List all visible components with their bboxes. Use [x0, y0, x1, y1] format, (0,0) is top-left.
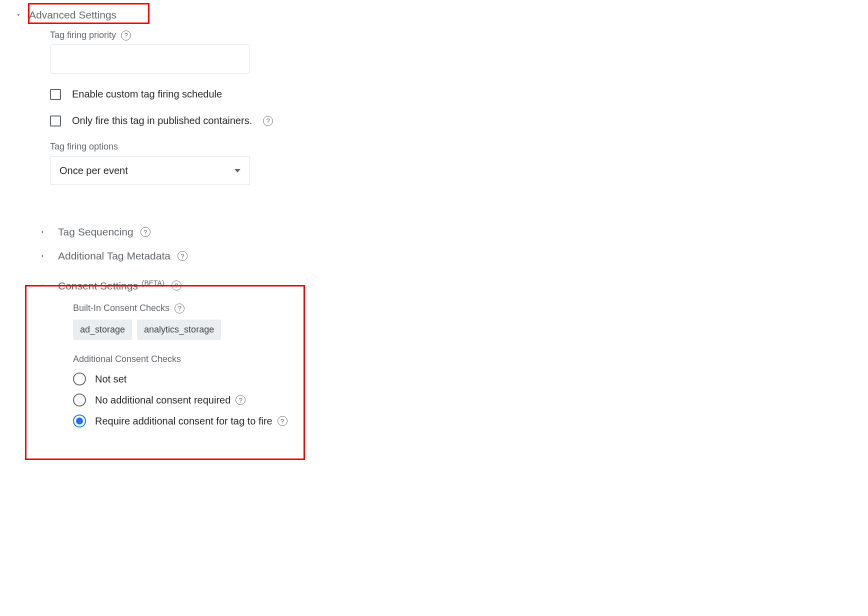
consent-settings-title: Consent Settings (BETA) — [58, 279, 164, 292]
consent-settings-section: Consent Settings (BETA) Built-In Consent… — [15, 279, 868, 428]
consent-radio-not-set[interactable] — [73, 372, 86, 386]
builtin-consent-label-text: Built-In Consent Checks — [73, 303, 170, 314]
consent-radio-not-set-row[interactable]: Not set — [73, 372, 868, 386]
tag-firing-options-label-text: Tag firing options — [50, 142, 118, 152]
consent-tag-chip: ad_storage — [73, 320, 132, 340]
chevron-right-icon — [39, 252, 46, 260]
only-fire-published-label: Only fire this tag in published containe… — [72, 115, 252, 126]
consent-radio-no-additional-row[interactable]: No additional consent required — [73, 394, 868, 406]
builtin-consent-tags: ad_storage analytics_storage — [73, 320, 868, 340]
enable-custom-schedule-label: Enable custom tag firing schedule — [72, 88, 222, 100]
tag-firing-options-selected: Once per event — [60, 165, 128, 176]
additional-consent-label: Additional Consent Checks — [73, 354, 868, 364]
advanced-settings-title: Advanced Settings — [29, 9, 116, 21]
tag-firing-priority-label: Tag firing priority — [50, 30, 868, 40]
consent-radio-not-set-label: Not set — [95, 374, 126, 385]
consent-radio-require-additional-row[interactable]: Require additional consent for tag to fi… — [73, 414, 868, 428]
consent-radio-no-additional-label: No additional consent required — [95, 394, 246, 406]
tag-sequencing-header[interactable]: Tag Sequencing — [15, 226, 868, 238]
additional-consent-label-text: Additional Consent Checks — [73, 354, 181, 364]
help-icon[interactable] — [278, 416, 288, 426]
advanced-settings-header[interactable]: Advanced Settings — [15, 9, 868, 21]
consent-settings-body: Built-In Consent Checks ad_storage analy… — [39, 303, 868, 428]
consent-radio-require-additional-label: Require additional consent for tag to fi… — [95, 416, 288, 427]
chevron-right-icon — [39, 228, 46, 236]
help-icon[interactable] — [140, 227, 150, 237]
tag-firing-priority-label-text: Tag firing priority — [50, 30, 116, 40]
additional-tag-metadata-title: Additional Tag Metadata — [58, 250, 170, 262]
chevron-down-icon — [39, 282, 46, 289]
radio-label-text: No additional consent required — [95, 394, 230, 406]
enable-custom-schedule-checkbox[interactable] — [50, 89, 61, 100]
help-icon[interactable] — [172, 280, 182, 290]
radio-label-text: Not set — [95, 374, 126, 385]
consent-settings-header[interactable]: Consent Settings (BETA) — [39, 279, 868, 292]
help-icon[interactable] — [174, 304, 184, 314]
tag-firing-options-label: Tag firing options — [50, 142, 868, 152]
tag-firing-options-group: Tag firing options Once per event — [15, 142, 868, 185]
tag-firing-priority-input[interactable] — [50, 44, 250, 74]
tag-firing-priority-group: Tag firing priority — [15, 30, 868, 74]
radio-label-text: Require additional consent for tag to fi… — [95, 416, 272, 427]
consent-settings-title-text: Consent Settings — [58, 280, 141, 292]
additional-tag-metadata-header[interactable]: Additional Tag Metadata — [15, 250, 868, 262]
help-icon[interactable] — [263, 116, 273, 126]
consent-tag-chip: analytics_storage — [137, 320, 221, 340]
builtin-consent-label: Built-In Consent Checks — [73, 303, 868, 314]
beta-badge: (BETA) — [142, 279, 164, 287]
consent-radio-no-additional[interactable] — [73, 394, 86, 406]
help-icon[interactable] — [236, 395, 246, 405]
only-fire-published-checkbox[interactable] — [50, 116, 61, 126]
consent-radio-require-additional[interactable] — [73, 414, 86, 428]
enable-custom-schedule-row[interactable]: Enable custom tag firing schedule — [15, 88, 868, 100]
only-fire-published-row[interactable]: Only fire this tag in published containe… — [15, 115, 868, 126]
chevron-down-icon — [15, 12, 22, 18]
help-icon[interactable] — [178, 251, 188, 261]
tag-firing-options-select[interactable]: Once per event — [50, 156, 250, 185]
tag-sequencing-title: Tag Sequencing — [58, 226, 134, 238]
help-icon[interactable] — [121, 30, 131, 40]
dropdown-arrow-icon — [234, 169, 240, 172]
